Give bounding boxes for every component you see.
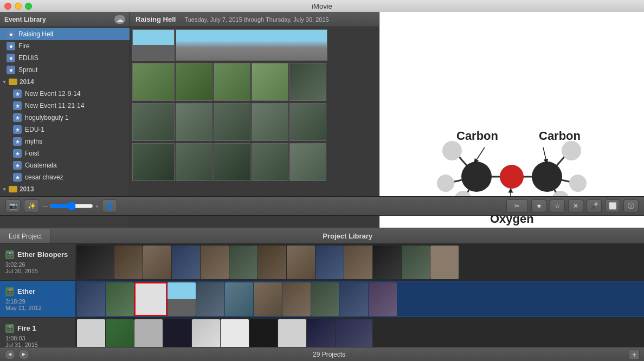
- project-timeline-ether-bloopers[interactable]: [76, 244, 644, 280]
- clip-row-3: [132, 103, 377, 141]
- project-rewind-btn[interactable]: ◀: [4, 349, 15, 360]
- clip-thumbnail[interactable]: [214, 143, 250, 181]
- tl-thumb: [430, 246, 459, 279]
- sidebar-item-eduis[interactable]: ★ EDUIS: [0, 52, 130, 64]
- clip-thumbnail[interactable]: [132, 29, 175, 61]
- tl-thumb: [143, 246, 171, 279]
- triangle-icon: ▼: [2, 187, 7, 192]
- clip-thumbnail[interactable]: [214, 103, 250, 141]
- clip-thumbnail[interactable]: [132, 103, 175, 141]
- sidebar-item-raising-hell[interactable]: ★ Raising Hell: [0, 28, 130, 40]
- clip-thumbnail[interactable]: [252, 143, 288, 181]
- crop-tool-btn[interactable]: ⬜: [605, 199, 620, 212]
- add-project-btn[interactable]: +: [629, 349, 640, 360]
- project-row-ether-bloopers[interactable]: 🎬 Ether Bloopers 3:02:26 Jul 30, 2015: [0, 244, 644, 281]
- window-controls[interactable]: [4, 3, 32, 10]
- sidebar-item-label: cesar chavez: [25, 173, 63, 181]
- close-button[interactable]: [4, 3, 11, 10]
- star-icon: ★: [13, 161, 22, 170]
- sidebar-item-label: hogulyboguly 1: [25, 114, 69, 121]
- sidebar-item-cesar-chavez[interactable]: ★ cesar chavez: [0, 171, 130, 183]
- project-name: Ether Bloopers: [17, 250, 68, 259]
- clip-thumbnail[interactable]: [289, 103, 326, 141]
- sidebar-item-foist[interactable]: ★ Foist: [0, 147, 130, 159]
- zoom-slider[interactable]: [50, 202, 93, 210]
- tl-thumb: [134, 319, 163, 347]
- sidebar-item-myths[interactable]: ★ myths: [0, 136, 130, 147]
- sidebar-item-sprout[interactable]: ★ Sprout: [0, 64, 130, 76]
- folder-icon: [9, 186, 17, 192]
- bottom-section: Edit Project Project Library 🎬 Ether Blo…: [0, 228, 644, 361]
- clip-thumbnail[interactable]: [132, 143, 175, 181]
- svg-point-13: [437, 175, 454, 192]
- sidebar-item-label: myths: [25, 138, 42, 145]
- cloud-icon[interactable]: ☁: [114, 15, 125, 24]
- clip-thumbnail[interactable]: [289, 143, 326, 181]
- sidebar-item-fire[interactable]: ★ Fire: [0, 40, 130, 52]
- unmark-btn[interactable]: ☆: [550, 199, 565, 212]
- edit-project-tab[interactable]: Edit Project: [0, 229, 51, 243]
- timeline-filmstrip: [76, 318, 644, 347]
- info-tool-btn[interactable]: ⓘ: [623, 199, 639, 212]
- tl-thumb: [282, 282, 311, 316]
- project-name: Ether: [17, 287, 35, 295]
- title-bar: iMovie: [0, 0, 644, 12]
- sidebar-item-label: Foist: [25, 150, 39, 157]
- project-timeline-ether[interactable]: [76, 281, 644, 317]
- clip-thumbnail[interactable]: [132, 63, 175, 101]
- project-list: 🎬 Ether Bloopers 3:02:26 Jul 30, 2015: [0, 244, 644, 347]
- sidebar-year-2014[interactable]: ▼ 2014: [0, 76, 130, 88]
- sidebar-year-2013[interactable]: ▼ 2013: [0, 183, 130, 195]
- tl-thumb: [307, 319, 335, 347]
- minimize-button[interactable]: [15, 3, 22, 10]
- tl-thumb: [254, 282, 282, 316]
- clip-thumbnail[interactable]: [176, 63, 212, 101]
- clip-thumbnail[interactable]: [252, 103, 288, 141]
- tl-thumb: [278, 319, 306, 347]
- project-row-ether[interactable]: 🎬 Ether 3:18:29 May 11, 2012: [0, 281, 644, 318]
- tl-thumb: [258, 246, 286, 279]
- sidebar-item-hogulyboguly[interactable]: ★ hogulyboguly 1: [0, 112, 130, 124]
- clip-row-2: [132, 63, 377, 101]
- sidebar-item-label: New Event 11-21-14: [25, 102, 84, 109]
- film-icon: 🎬: [5, 287, 14, 296]
- folder-icon: [9, 79, 17, 85]
- sidebar-item-new-event-12-9-14[interactable]: ★ New Event 12-9-14: [0, 88, 130, 100]
- project-info-ether-bloopers: 🎬 Ether Bloopers 3:02:26 Jul 30, 2015: [0, 244, 76, 280]
- reject-mark-btn[interactable]: ✕: [568, 199, 583, 212]
- trim-btn[interactable]: ✂: [506, 199, 528, 212]
- wand-btn[interactable]: ✨: [24, 199, 39, 212]
- project-play-btn[interactable]: ▶: [18, 349, 29, 360]
- tl-thumb: [134, 282, 167, 316]
- clip-thumbnail[interactable]: [252, 63, 288, 101]
- star-icon: ★: [13, 173, 22, 182]
- clip-thumbnail[interactable]: [176, 29, 327, 61]
- camera-import-btn[interactable]: 📷: [5, 199, 21, 212]
- tl-thumb: [196, 282, 224, 316]
- tl-thumb: [315, 246, 344, 279]
- person-btn[interactable]: 👤: [102, 199, 117, 212]
- clip-thumbnail[interactable]: [289, 63, 326, 101]
- clip-thumbnail[interactable]: [176, 103, 212, 141]
- tl-thumb: [225, 282, 253, 316]
- maximize-button[interactable]: [25, 3, 32, 10]
- event-date-range: Tuesday, July 7, 2015 through Thursday, …: [184, 16, 329, 23]
- tl-thumb: [221, 319, 249, 347]
- bottom-controls: ◀ ▶ 29 Projects +: [0, 347, 644, 361]
- molecule-svg: Carbon Carbon Oxygen: [420, 112, 604, 242]
- film-icon: 🎬: [5, 324, 14, 333]
- svg-point-15: [562, 141, 581, 160]
- sidebar-year-label: 2013: [20, 185, 34, 193]
- mark-fav-btn[interactable]: ★: [531, 199, 546, 212]
- sidebar-item-guatemala[interactable]: ★ Guatemala: [0, 159, 130, 171]
- clip-thumbnail[interactable]: [176, 143, 212, 181]
- tl-thumb: [249, 319, 278, 347]
- project-row-fire1[interactable]: 🎬 Fire 1 1:08:03 Jul 31, 2015: [0, 318, 644, 347]
- tl-thumb: [114, 246, 143, 279]
- sidebar-item-edu-1[interactable]: ★ EDU-1: [0, 124, 130, 136]
- sidebar-item-new-event-11-21-14[interactable]: ★ New Event 11-21-14: [0, 100, 130, 112]
- project-timeline-fire1[interactable]: [76, 318, 644, 347]
- mic-btn[interactable]: 🎤: [587, 199, 602, 212]
- clip-thumbnail[interactable]: [214, 63, 250, 101]
- svg-point-9: [461, 162, 492, 192]
